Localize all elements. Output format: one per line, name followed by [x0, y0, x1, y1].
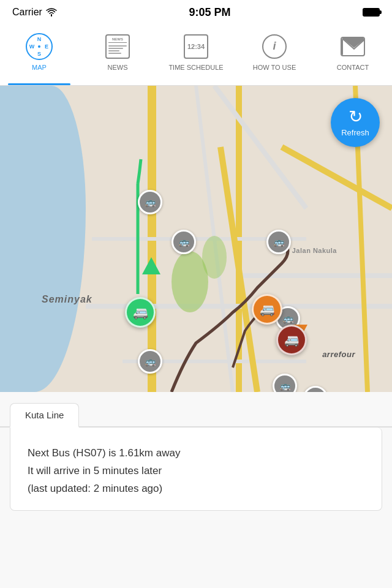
bus-icon-orange: 🚐: [260, 302, 275, 317]
bus-icon-green: 🚐: [133, 305, 148, 320]
tab-news-label: NEWS: [108, 64, 128, 71]
bus-stop-4[interactable]: 🚌: [138, 349, 162, 374]
tab-map[interactable]: N E W S MAP: [0, 24, 78, 85]
bus-stop-1[interactable]: 🚌: [138, 190, 162, 214]
tab-contact-label: CONTACT: [337, 64, 369, 71]
info-text: Next Bus (HS07) is 1.61km away It will a…: [28, 445, 364, 498]
tab-schedule-label: TIME SCHEDULE: [168, 64, 223, 71]
tab-bar: N E W S MAP NEWS NEWS: [0, 24, 392, 86]
bus-icon-darkred: 🚐: [284, 333, 300, 347]
info-icon: i: [262, 34, 287, 59]
bus-marker-darkred[interactable]: 🚐: [276, 325, 307, 355]
bus-stop-icon-2: 🚌: [179, 237, 189, 247]
bus-stop-7[interactable]: 🚌: [303, 386, 328, 392]
svg-point-13: [202, 236, 227, 279]
bus-stop-icon-4: 🚌: [145, 356, 156, 366]
bus-stop-icon-3: 🚌: [274, 237, 284, 247]
map-view[interactable]: Seminyak Jalan Nakula arrefour 🚌 🚌 🚌 🚌 🚌…: [0, 86, 392, 392]
svg-line-4: [282, 147, 392, 208]
wifi-icon: [46, 8, 57, 17]
battery-icon: [363, 8, 380, 17]
bus-marker-orange[interactable]: 🚐: [252, 294, 282, 325]
kuta-line-tab-label: Kuta Line: [25, 410, 64, 420]
refresh-label: Refresh: [341, 128, 369, 137]
bus-stop-icon-5: 🚌: [280, 381, 290, 391]
status-bar: Carrier 9:05 PM: [0, 0, 392, 24]
bus-stop-icon-6: 🚌: [283, 314, 293, 323]
water-area: [0, 86, 86, 392]
tab-news[interactable]: NEWS NEWS: [78, 24, 157, 85]
carrefour-label: arrefour: [322, 349, 355, 359]
svg-line-3: [214, 86, 306, 208]
compass-icon: N E W S: [26, 33, 53, 60]
svg-point-12: [172, 251, 208, 312]
info-line-1: Next Bus (HS07) is 1.61km away: [28, 445, 364, 462]
info-line-3: (last updated: 2 minutes ago): [28, 480, 364, 498]
bus-marker-green[interactable]: 🚐: [125, 297, 156, 328]
info-content: Next Bus (HS07) is 1.61km away It will a…: [10, 428, 382, 511]
time-display: 9:05 PM: [189, 6, 230, 19]
tab-contact[interactable]: CONTACT: [314, 24, 392, 85]
svg-rect-0: [342, 39, 365, 56]
carrier-label: Carrier: [12, 7, 42, 18]
refresh-button[interactable]: ↻ Refresh: [331, 98, 380, 147]
bus-stop-icon-1: 🚌: [145, 197, 156, 207]
jalan-nakula-label: Jalan Nakula: [292, 245, 337, 255]
info-tab-strip: Kuta Line: [0, 392, 392, 428]
kuta-line-tab[interactable]: Kuta Line: [10, 403, 79, 428]
tab-howto[interactable]: i HOW TO USE: [235, 24, 314, 85]
tab-schedule[interactable]: 12:34 TIME SCHEDULE: [157, 24, 235, 85]
svg-line-9: [196, 86, 233, 392]
bus-stop-2[interactable]: 🚌: [172, 230, 196, 254]
tab-map-label: MAP: [32, 64, 47, 71]
info-line-2: It will arrive in 5 minutes later: [28, 462, 364, 480]
news-icon: NEWS: [105, 34, 130, 59]
seminyak-label: Seminyak: [42, 294, 92, 305]
clock-icon: 12:34: [184, 34, 208, 59]
info-panel: Kuta Line Next Bus (HS07) is 1.61km away…: [0, 392, 392, 588]
bus-stop-3[interactable]: 🚌: [266, 230, 291, 254]
mail-icon: [341, 37, 365, 56]
bus-stop-5[interactable]: 🚌: [273, 374, 297, 392]
refresh-icon: ↻: [349, 108, 363, 126]
svg-line-10: [221, 147, 257, 392]
tab-howto-label: HOW TO USE: [253, 64, 296, 71]
